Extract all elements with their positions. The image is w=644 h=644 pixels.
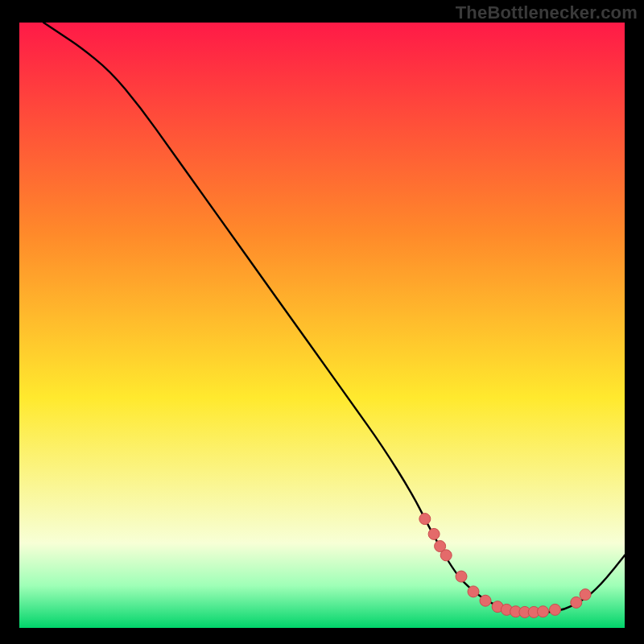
chart-frame: TheBottlenecker.com bbox=[0, 0, 644, 644]
marker-point bbox=[538, 606, 549, 617]
marker-point bbox=[419, 514, 431, 525]
plot-svg bbox=[19, 23, 625, 628]
marker-point bbox=[480, 595, 491, 606]
marker-point bbox=[440, 550, 452, 561]
marker-point bbox=[468, 586, 479, 597]
marker-point bbox=[571, 597, 582, 608]
marker-point bbox=[456, 571, 467, 582]
plot-area bbox=[19, 23, 625, 628]
marker-point bbox=[428, 528, 440, 539]
gradient-background bbox=[19, 23, 625, 628]
marker-point bbox=[550, 604, 561, 615]
watermark-text: TheBottlenecker.com bbox=[456, 2, 638, 23]
marker-point bbox=[580, 589, 591, 601]
